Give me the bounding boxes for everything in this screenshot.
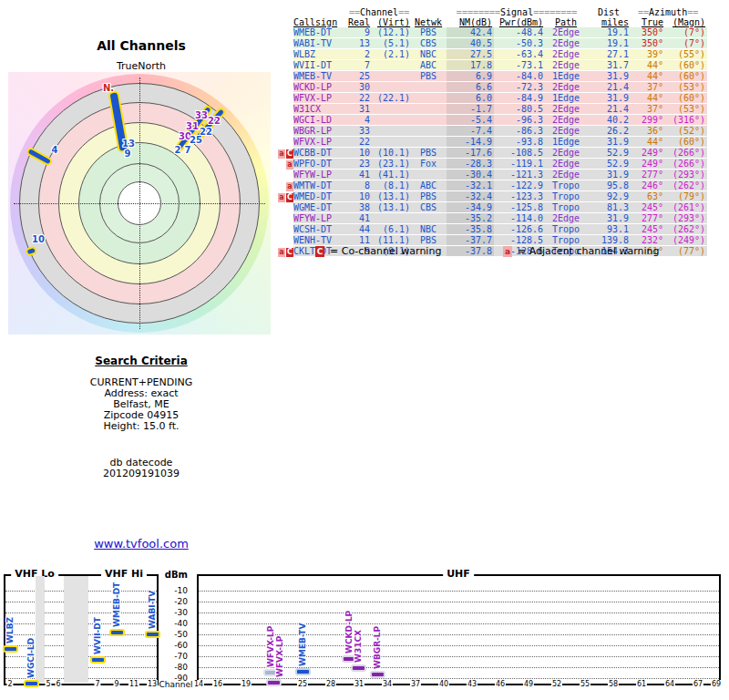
- cell-callsign: WGCI-LD: [293, 115, 348, 126]
- dist-group-header: Dist: [589, 7, 631, 17]
- cell-netwk: NBC: [412, 49, 447, 60]
- cell-real: 22: [348, 137, 372, 148]
- radar-channel-label: 4: [52, 145, 58, 155]
- col-real: Real: [348, 17, 372, 27]
- col-pwr: Pwr(dBm): [494, 17, 545, 27]
- cell-netwk: [412, 115, 447, 126]
- cell-magn: (266°): [665, 148, 707, 159]
- cell-true: 232°: [631, 235, 665, 246]
- adjacent-warning-badge: a: [278, 193, 285, 202]
- warning-gutter: a: [277, 180, 293, 191]
- table-row: WMEB-DT9(12.1)PBS42.4-48.42Edge19.1350°(…: [277, 27, 707, 38]
- cell-callsign: WGME-DT: [293, 202, 348, 213]
- cell-callsign: WMEB-DT: [293, 27, 348, 38]
- cell-real: 8: [348, 180, 372, 191]
- cell-virt: (12.1): [372, 27, 412, 38]
- gridline: [199, 602, 719, 602]
- warning-gutter: [277, 71, 293, 82]
- table-row: WLBZ2(2.1)NBC27.5-63.42Edge27.139°(55°): [277, 49, 707, 60]
- cell-path: 1Edge: [545, 71, 589, 82]
- cell-path: 2Edge: [545, 38, 589, 49]
- cell-callsign: WCKD-LP: [293, 82, 348, 93]
- radar-crosshair-horizontal: [14, 203, 265, 204]
- channel-tick: 34: [382, 680, 393, 689]
- dbm-tick: -20: [164, 597, 188, 606]
- cell-magn: (262°): [665, 224, 707, 235]
- radar-channel-label: 13: [122, 139, 135, 149]
- cell-miles: 21.4: [589, 82, 631, 93]
- search-criteria: Search Criteria CURRENT+PENDING Address:…: [0, 355, 282, 479]
- channel-tick: 2: [6, 680, 13, 689]
- cell-path: 1Edge: [545, 137, 589, 148]
- channel-tick: 69: [711, 680, 722, 689]
- warning-gutter: [277, 115, 293, 126]
- cell-pwr: -114.0: [494, 213, 545, 224]
- cell-magn: (60°): [665, 93, 707, 104]
- col-magn: (Magn): [665, 17, 707, 27]
- channel-tick: 5: [45, 680, 51, 689]
- table-row: WGME-DT38(13.1)CBS-34.9-125.8Tropo81.324…: [277, 202, 707, 213]
- cell-path: 2Edge: [545, 27, 589, 38]
- station-label: WMEB-TV: [298, 623, 307, 665]
- cell-miles: 81.3: [589, 202, 631, 213]
- tvfool-link[interactable]: www.tvfool.com: [0, 537, 282, 551]
- warning-gutter: aC: [277, 191, 293, 202]
- table-row: WFYW-LP41-35.2-114.02Edge31.9277°(293°): [277, 213, 707, 224]
- radar-channel-label: 31: [186, 121, 199, 131]
- cell-virt: [372, 60, 412, 71]
- cell-magn: (262°): [665, 180, 707, 191]
- cell-miles: 19.1: [589, 38, 631, 49]
- cell-nm: -7.4: [447, 126, 494, 137]
- cell-callsign: WFYW-LP: [293, 213, 348, 224]
- station-label: WMEB-DT: [112, 582, 121, 627]
- cell-true: 245°: [631, 224, 665, 235]
- cell-pwr: -123.3: [494, 191, 545, 202]
- cell-real: 23: [348, 159, 372, 170]
- cell-virt: [372, 213, 412, 224]
- warning-gutter: [277, 170, 293, 180]
- cell-real: 7: [348, 60, 372, 71]
- cell-netwk: PBS: [412, 71, 447, 82]
- vhf-hi-label: VHF Hi: [101, 568, 147, 581]
- cell-callsign: WMED-DT: [293, 191, 348, 202]
- cell-nm: -37.7: [447, 235, 494, 246]
- channel-tick: 58: [608, 680, 619, 689]
- cell-path: 2Edge: [545, 159, 589, 170]
- cell-pwr: -50.3: [494, 38, 545, 49]
- cell-miles: 31.9: [589, 170, 631, 180]
- station-label: WLBZ: [5, 617, 15, 643]
- cell-callsign: WABI-TV: [293, 38, 348, 49]
- table-row: aWPFO-DT23(23.1)Fox-28.3-119.12Edge52.92…: [277, 159, 707, 170]
- col-true: True: [631, 17, 665, 27]
- cell-callsign: WENH-TV: [293, 235, 348, 246]
- uhf-label: UHF: [443, 568, 474, 581]
- cell-nm: -35.2: [447, 213, 494, 224]
- radar-channel-label: 2: [175, 145, 181, 155]
- cell-real: 44: [348, 224, 372, 235]
- cell-nm: -5.4: [447, 115, 494, 126]
- warning-gutter: [277, 213, 293, 224]
- channel-tick: 25: [297, 680, 308, 689]
- cell-true: 63°: [631, 191, 665, 202]
- channel-tick: 13: [147, 680, 158, 689]
- cell-miles: 31.9: [589, 213, 631, 224]
- channel-tick: 19: [241, 680, 252, 689]
- cell-path: 2Edge: [545, 60, 589, 71]
- warning-gutter: [277, 104, 293, 115]
- cell-miles: 93.1: [589, 224, 631, 235]
- warning-gutter: [277, 126, 293, 137]
- station-label: WABI-TV: [148, 591, 157, 629]
- cell-miles: 21.4: [589, 104, 631, 115]
- warning-gutter: [277, 27, 293, 38]
- adjacent-warning-badge: a: [278, 149, 285, 159]
- cell-netwk: PBS: [412, 235, 447, 246]
- channel-tick: 40: [438, 680, 449, 689]
- cell-callsign: WFVX-LP: [293, 137, 348, 148]
- cell-magn: (293°): [665, 213, 707, 224]
- warning-gutter: [277, 38, 293, 49]
- cell-path: Tropo: [545, 202, 589, 213]
- cell-miles: 31.9: [589, 93, 631, 104]
- station-marker: [3, 645, 18, 653]
- warning-gutter: [277, 202, 293, 213]
- cell-real: 41: [348, 170, 372, 180]
